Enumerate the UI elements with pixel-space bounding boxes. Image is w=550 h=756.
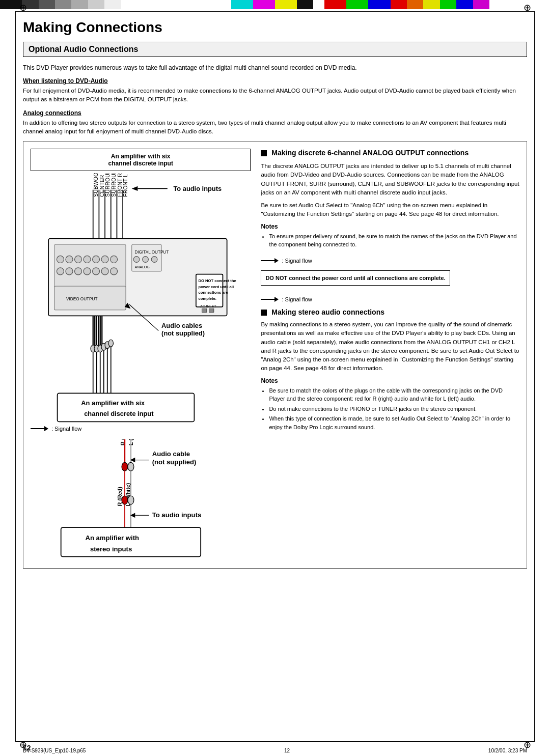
svg-point-28 [101,256,108,263]
section-header: Optional Audio Connections [23,42,527,57]
svg-point-86 [122,496,128,505]
svg-point-27 [93,256,100,263]
stereo-diagram-container: R (Red) L (White) Audio cable (not suppl… [31,439,256,561]
analog-connections-heading: Analog connections [23,109,527,117]
when-dvd-audio-text: For full enjoyment of DVD-Audio media, i… [23,87,527,104]
footer-right: 10/2/00, 3:23 PM [488,748,527,753]
when-dvd-audio-heading: When listening to DVD-Audio [23,77,527,85]
svg-point-26 [84,256,91,263]
svg-point-23 [57,256,64,263]
main-title: Making Connections [23,19,527,36]
signal-flow-stereo-label: : Signal flow [282,296,312,302]
svg-point-35 [101,268,108,275]
svg-text:VIDEO OUTPUT: VIDEO OUTPUT [66,297,97,301]
signal-flow-top: : Signal flow [31,425,251,432]
svg-text:power cord until all: power cord until all [199,285,234,289]
amplifier-six-label: An amplifier with six channel discrete i… [108,153,173,167]
svg-text:complete.: complete. [199,296,216,301]
discrete-notes-heading: Notes [261,223,519,230]
stereo-title: Making stereo audio connections [261,308,519,316]
signal-flow-right-bottom: : Signal flow [261,296,519,303]
svg-text:FRONT R: FRONT R [117,173,123,197]
svg-text:AC INLET: AC INLET [200,304,216,308]
svg-text:R (Red): R (Red) [117,487,123,507]
svg-text:An amplifier with: An amplifier with [85,534,139,542]
svg-rect-69 [58,393,195,422]
signal-flow-label: : Signal flow [51,426,81,432]
svg-point-19 [133,257,140,263]
footer-left: DV-S939(US_E)p10-19.p65 [23,748,86,753]
warning-text: DO NOT connect the power cord until all … [265,275,445,281]
svg-point-62 [108,340,113,347]
page-border-bottom [15,741,535,742]
svg-text:SURROUND L: SURROUND L [111,173,117,197]
svg-text:DO NOT connect the: DO NOT connect the [199,278,236,283]
discrete-note-1: To ensure proper delivery of sound, be s… [269,232,519,249]
svg-text:CENTER: CENTER [99,175,105,197]
color-bars [0,0,550,9]
svg-text:channel discrete input: channel discrete input [84,410,154,417]
svg-marker-2 [132,186,138,191]
svg-point-36 [111,268,118,275]
svg-text:Audio cable: Audio cable [152,450,190,458]
discrete-title: Making discrete 6-channel ANALOG OUTPUT … [261,149,519,157]
page-border-left [15,11,16,742]
analog-connections-text: In addition to offering two stereo outpu… [23,119,527,136]
svg-text:Audio cables: Audio cables [161,322,202,329]
svg-text:(not supplied): (not supplied) [152,458,197,466]
signal-flow-right-top: : Signal flow [261,257,519,264]
svg-point-31 [66,268,73,275]
stereo-title-text: Making stereo audio connections [271,308,384,316]
svg-rect-46 [209,309,214,312]
page-border-right [534,11,535,742]
stereo-note-2: Do not make connections to the PHONO or … [269,405,519,413]
svg-text:DIGITAL OUTPUT: DIGITAL OUTPUT [135,250,169,255]
intro-text: This DVD Player provides numerous ways t… [23,63,527,72]
svg-point-29 [111,256,118,263]
svg-text:An amplifier with six: An amplifier with six [81,399,145,407]
svg-text:(not supplied): (not supplied) [161,329,205,337]
amplifier-six-channel-box: An amplifier with six channel discrete i… [31,149,251,171]
svg-point-25 [74,256,81,263]
stereo-note-3: When this type of connection is made, be… [269,414,519,431]
footer-middle: 12 [284,748,290,753]
discrete-desc1: The discrete ANALOG OUTPUT jacks are int… [261,162,519,197]
svg-point-34 [93,268,100,275]
six-channel-diagram: To audio inputs [31,173,251,423]
discrete-section-text: Making discrete 6-channel ANALOG OUTPUT … [261,149,519,434]
stereo-diagram: R (Red) L (White) Audio cable (not suppl… [31,439,256,561]
svg-text:SURROUND R: SURROUND R [104,173,111,197]
svg-rect-45 [202,309,207,312]
stereo-notes-list: Be sure to match the colors of the plugs… [261,386,519,432]
stereo-note-1: Be sure to match the colors of the plugs… [269,386,519,403]
discrete-title-text: Making discrete 6-channel ANALOG OUTPUT … [271,149,469,157]
stereo-desc: By making connections to a stereo system… [261,320,519,373]
svg-point-33 [84,268,91,275]
reg-mark-tr: ⊕ [522,3,532,13]
svg-point-80 [122,462,128,471]
svg-text:To audio inputs: To audio inputs [152,511,202,519]
discrete-title-bullet [261,150,267,156]
stereo-title-bullet [261,310,267,316]
discrete-notes-list: To ensure proper delivery of sound, be s… [261,232,519,249]
svg-text:ANALOG: ANALOG [135,265,150,269]
svg-point-30 [57,268,64,275]
svg-point-21 [151,257,157,263]
stereo-notes-heading: Notes [261,377,519,384]
svg-text:connections are: connections are [199,290,228,295]
svg-point-24 [66,256,73,263]
svg-point-20 [143,257,149,263]
svg-point-81 [128,462,134,471]
reg-mark-tl: ⊕ [18,3,28,13]
page-border-top [15,11,535,12]
svg-text:stereo inputs: stereo inputs [90,545,132,552]
svg-text:SUBWOOFER: SUBWOOFER [93,173,99,197]
svg-point-32 [74,268,81,275]
signal-flow-right-label: : Signal flow [282,258,312,264]
svg-point-87 [128,496,134,505]
discrete-desc2: Be sure to set Audio Out Select to "Anal… [261,201,519,219]
page-footer: DV-S939(US_E)p10-19.p65 12 10/2/00, 3:23… [23,748,527,753]
svg-text:To audio inputs: To audio inputs [173,185,222,192]
warning-box: DO NOT connect the power cord until all … [261,270,450,286]
svg-text:FRONT L: FRONT L [122,174,128,197]
